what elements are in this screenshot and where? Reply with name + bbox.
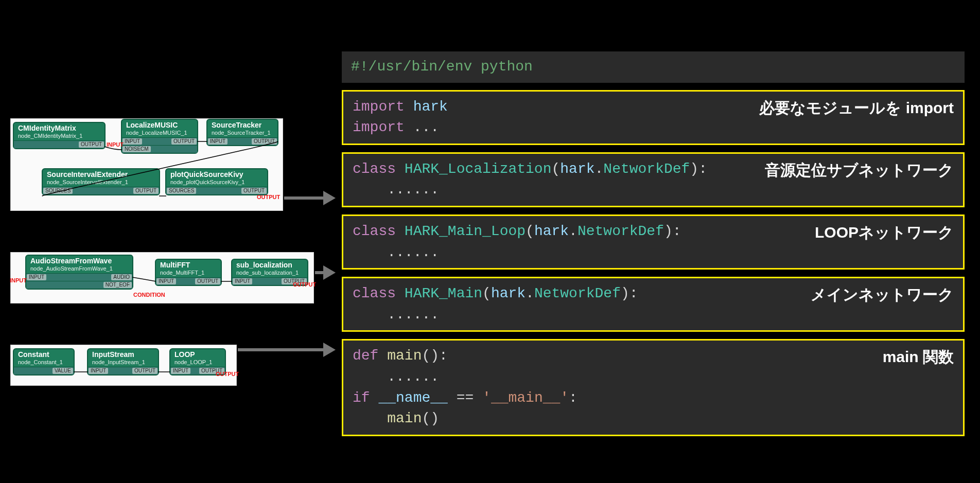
node-title: MultiFFT	[156, 260, 221, 270]
annot-import: 必要なモジュールを import	[759, 97, 954, 119]
code-panel: #!/usr/bin/env python import hark import…	[342, 51, 965, 436]
ext-label-input: INPUT	[10, 277, 27, 283]
port-output[interactable]: OUTPUT	[133, 188, 159, 194]
port-input[interactable]: INPUT	[171, 368, 190, 374]
node-sub: node_SourceTracker_1	[207, 130, 277, 137]
code-import-block: import hark import ...必要なモジュールを import	[342, 90, 965, 145]
node-sub: node_MultiFFT_1	[156, 270, 221, 277]
op-eq: ==	[457, 390, 474, 406]
base-mod: hark	[491, 285, 526, 301]
node-localizemusic[interactable]: LocalizeMUSIC node_LocalizeMUSIC_1 INPUT…	[121, 119, 198, 154]
code-main-block: def main(): ...... if __name__ == '__mai…	[342, 339, 965, 436]
port-output[interactable]: OUTPUT	[252, 138, 277, 145]
fn-main: main	[387, 348, 422, 364]
ext-label-output: OUTPUT	[216, 371, 239, 377]
base-mod: hark	[560, 161, 594, 177]
node-inputstream[interactable]: InputStream node_InputStream_1 INPUTOUTP…	[87, 348, 159, 375]
diagram-panel-main: Constant node_Constant_1 VALUE InputStre…	[10, 345, 237, 386]
node-title: AudioStreamFromWave	[26, 256, 132, 265]
annot-mainloop: LOOPネットワーク	[815, 221, 954, 244]
node-title: sub_localization	[232, 260, 307, 270]
dots: ......	[387, 244, 439, 260]
code-class-main: class HARK_Main(hark.NetworkDef): ......…	[342, 277, 965, 332]
kw-def: def	[353, 348, 378, 364]
kw-class: class	[353, 285, 396, 301]
port-value[interactable]: VALUE	[52, 368, 73, 374]
node-sub: node_plotQuickSourceKivy_1	[166, 179, 267, 187]
node-audiostreamfromwave[interactable]: AudioStreamFromWave node_AudioStreamFrom…	[25, 255, 133, 290]
node-plotquicksourcekivy[interactable]: plotQuickSourceKivy node_plotQuickSource…	[165, 168, 268, 195]
diagram-panel-localization: CMIdentityMatrix node_CMIdentityMatrix_1…	[10, 118, 283, 211]
str-main: '__main__'	[482, 390, 569, 406]
ext-label-output: OUTPUT	[257, 194, 280, 200]
dots: ......	[387, 307, 439, 323]
mod-ellipsis: ...	[413, 119, 439, 135]
port-input[interactable]: INPUT	[89, 368, 108, 374]
node-sub: node_SourceIntervalExtender_1	[43, 179, 159, 187]
annot-main-fn: main 関数	[883, 346, 954, 368]
ext-label-input: INPUT	[107, 141, 124, 148]
port-output[interactable]: OUTPUT	[132, 368, 157, 374]
code-shebang: #!/usr/bin/env python	[351, 59, 533, 75]
port-input[interactable]: INPUT	[27, 274, 46, 280]
dunder-name: __name__	[378, 390, 447, 406]
node-sourcetracker[interactable]: SourceTracker node_SourceTracker_1 INPUT…	[206, 119, 278, 146]
kw-class: class	[353, 223, 396, 239]
node-cmidentitymatrix[interactable]: CMIdentityMatrix node_CMIdentityMatrix_1…	[13, 122, 106, 149]
node-title: InputStream	[88, 349, 158, 359]
node-title: LocalizeMUSIC	[122, 120, 197, 130]
port-output[interactable]: OUTPUT	[195, 278, 220, 284]
node-sub: node_Constant_1	[14, 359, 74, 367]
node-sourceintervalextender[interactable]: SourceIntervalExtender node_SourceInterv…	[42, 168, 160, 195]
port-input[interactable]: INPUT	[233, 278, 252, 284]
call-main: main	[387, 410, 422, 426]
port-noisecm[interactable]: NOISECM	[122, 146, 151, 152]
classname: HARK_Main_Loop	[405, 223, 526, 239]
node-title: SourceIntervalExtender	[43, 169, 159, 179]
port-output[interactable]: OUTPUT	[241, 188, 267, 194]
port-sources[interactable]: SOURCES	[43, 188, 73, 194]
ext-label-condition: CONDITION	[133, 292, 165, 298]
port-audio[interactable]: AUDIO	[111, 274, 132, 280]
node-multifft[interactable]: MultiFFT node_MultiFFT_1 INPUTOUTPUT	[155, 259, 222, 286]
node-title: CMIdentityMatrix	[14, 123, 104, 133]
base-cls: NetworkDef	[577, 223, 664, 239]
base-cls: NetworkDef	[534, 285, 621, 301]
port-sources[interactable]: SOURCES	[167, 188, 196, 194]
port-output[interactable]: OUTPUT	[171, 138, 197, 145]
annot-localization: 音源定位サブネットワーク	[765, 159, 954, 182]
node-sub: node_InputStream_1	[88, 359, 158, 367]
classname: HARK_Main	[405, 285, 482, 301]
port-input[interactable]: INPUT	[122, 138, 142, 145]
code-shebang-block: #!/usr/bin/env python	[342, 51, 965, 83]
dots: ......	[387, 369, 439, 385]
port-input[interactable]: INPUT	[208, 138, 227, 145]
ext-label-output: OUTPUT	[293, 281, 316, 288]
dots: ......	[387, 182, 439, 198]
node-sub: node_CMIdentityMatrix_1	[14, 133, 104, 140]
kw-import: import	[353, 119, 405, 135]
base-mod: hark	[534, 223, 569, 239]
diagram-panel-mainloop: AudioStreamFromWave node_AudioStreamFrom…	[10, 252, 314, 303]
node-title: LOOP	[170, 349, 225, 359]
kw-if: if	[353, 390, 370, 406]
code-class-localization: class HARK_Localization(hark.NetworkDef)…	[342, 152, 965, 207]
node-title: SourceTracker	[207, 120, 277, 130]
port-noteof[interactable]: NOT_EOF	[103, 282, 132, 288]
node-sub: node_AudioStreamFromWave_1	[26, 265, 132, 273]
node-constant[interactable]: Constant node_Constant_1 VALUE	[13, 348, 75, 375]
node-title: plotQuickSourceKivy	[166, 169, 267, 179]
node-sub: node_LocalizeMUSIC_1	[122, 130, 197, 137]
base-cls: NetworkDef	[603, 161, 690, 177]
code-class-mainloop: class HARK_Main_Loop(hark.NetworkDef): .…	[342, 214, 965, 270]
node-sub: node_LOOP_1	[170, 359, 225, 367]
classname: HARK_Localization	[405, 161, 552, 177]
node-sub: node_sub_localization_1	[232, 270, 307, 277]
kw-import: import	[353, 99, 405, 115]
kw-class: class	[353, 161, 396, 177]
node-title: Constant	[14, 349, 74, 359]
annot-main-network: メインネットワーク	[811, 283, 954, 306]
port-input[interactable]: INPUT	[156, 278, 176, 284]
mod-hark: hark	[413, 99, 448, 115]
port-output[interactable]: OUTPUT	[79, 141, 104, 148]
